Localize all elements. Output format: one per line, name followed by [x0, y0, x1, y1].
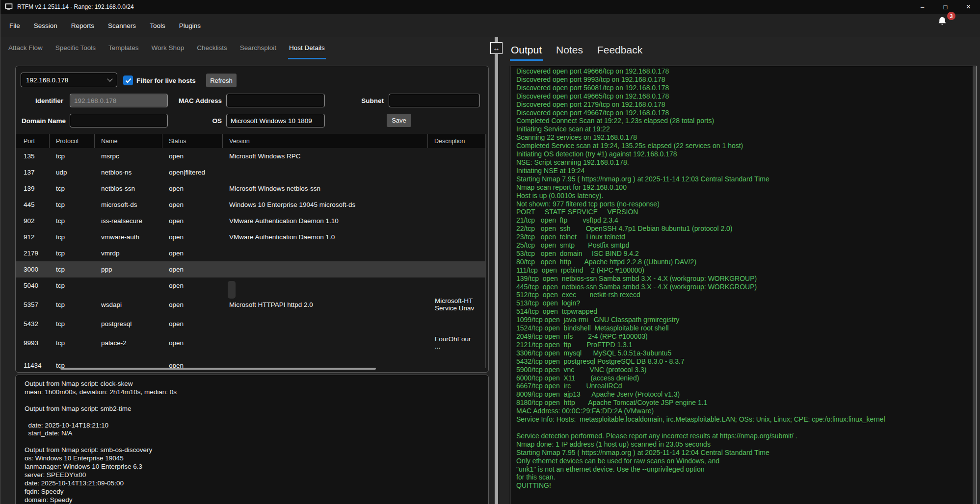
cell-status: open — [162, 332, 223, 354]
cell-protocol: tcp — [50, 245, 95, 261]
filter-live-hosts-checkbox[interactable] — [123, 76, 133, 85]
cell-name: wsdapi — [95, 294, 162, 316]
menu-item-scanners[interactable]: Scanners — [101, 19, 143, 33]
host-selector-dropdown[interactable]: 192.168.0.178 — [21, 73, 117, 87]
table-row[interactable]: 2179tcpvmrdpopen — [16, 245, 486, 261]
cell-description — [428, 213, 486, 229]
cell-port: 5432 — [16, 316, 50, 332]
tab-searchsploit[interactable]: Searchsploit — [239, 37, 277, 59]
host-details-panel: 192.168.0.178 Filter for live hosts Refr… — [15, 66, 489, 373]
title-bar: RTFM v2.1.2511.14 - Range: 192.168.0.0/2… — [0, 0, 980, 14]
table-row[interactable]: 445tcpmicrosoft-dsopenWindows 10 Enterpr… — [16, 197, 486, 213]
close-button[interactable]: × — [957, 0, 980, 14]
tab-attack-flow[interactable]: Attack Flow — [7, 37, 44, 59]
cell-status: open — [162, 197, 223, 213]
column-header-description: Description — [428, 134, 486, 148]
menu-item-plugins[interactable]: Plugins — [172, 19, 208, 33]
table-row[interactable]: 139tcpnetbios-ssnopenMicrosoft Windows n… — [16, 180, 486, 197]
horizontal-scrollbar-thumb[interactable] — [60, 368, 376, 370]
tab-work-shop[interactable]: Work Shop — [151, 37, 185, 59]
subnet-field[interactable] — [389, 94, 480, 107]
tab-host-details[interactable]: Host Details — [288, 37, 326, 59]
tab-notes[interactable]: Notes — [555, 40, 584, 61]
cell-protocol: tcp — [50, 277, 95, 294]
cell-name: vmware-auth — [95, 229, 162, 245]
table-row[interactable]: 137udpnetbios-nsopen|filtered — [16, 164, 486, 180]
table-row[interactable]: 135tcpmsrpcopenMicrosoft Windows RPC — [16, 148, 486, 164]
host-selector-value: 192.168.0.178 — [26, 76, 68, 84]
table-row[interactable]: 902tcpiss-realsecureopenVMware Authentic… — [16, 213, 486, 229]
tab-feedback[interactable]: Feedback — [596, 40, 643, 61]
table-row[interactable]: 9993tcppalace-2openFourOhFour ... — [16, 332, 486, 354]
ports-table-header: PortProtocolNameStatusVersionDescription — [16, 134, 486, 148]
cell-port: 912 — [16, 229, 50, 245]
cell-port: 139 — [16, 180, 50, 197]
column-header-status: Status — [162, 134, 223, 148]
filter-live-hosts-label: Filter for live hosts — [136, 73, 196, 88]
refresh-button[interactable]: Refresh — [206, 74, 237, 87]
cell-port: 3000 — [16, 261, 50, 277]
domain-name-label: Domain Name — [16, 114, 66, 127]
table-row[interactable]: 3000tcppppopen — [16, 261, 486, 277]
cell-protocol: tcp — [50, 229, 95, 245]
ports-table-body: 135tcpmsrpcopenMicrosoft Windows RPC137u… — [16, 148, 486, 372]
cell-version — [223, 164, 428, 180]
cell-description — [428, 197, 486, 213]
cell-protocol: tcp — [50, 316, 95, 332]
domain-name-field[interactable] — [70, 114, 168, 127]
cell-status: open — [162, 316, 223, 332]
scan-output-box[interactable]: Discovered open port 49666/tcp on 192.16… — [510, 66, 977, 504]
mac-address-field[interactable] — [226, 94, 325, 107]
scrollbar-thumb-artifact[interactable] — [228, 281, 236, 299]
table-row[interactable]: 912tcpvmware-authopenVMware Authenticati… — [16, 229, 486, 245]
mac-address-label: MAC Address — [163, 94, 222, 107]
output-vertical-scrollbar[interactable] — [973, 66, 976, 504]
right-tab-bar: OutputNotesFeedback — [510, 40, 643, 61]
cell-status: open — [162, 245, 223, 261]
tab-specific-tools[interactable]: Specific Tools — [54, 37, 97, 59]
cell-description — [428, 316, 486, 332]
table-row[interactable]: 5432tcppostgresqlopen — [16, 316, 486, 332]
menu-item-session[interactable]: Session — [27, 19, 64, 33]
cell-status: open — [162, 261, 223, 277]
cell-status: open — [162, 229, 223, 245]
cell-name: msrpc — [95, 148, 162, 164]
tab-output[interactable]: Output — [510, 40, 543, 61]
main-tab-bar: Attack FlowSpecific ToolsTemplatesWork S… — [0, 37, 326, 59]
cell-port: 5040 — [16, 277, 50, 294]
os-label: OS — [178, 114, 222, 127]
check-icon — [125, 78, 132, 83]
os-field[interactable] — [226, 114, 325, 127]
cell-version: VMware Authentication Daemon 1.10 — [223, 213, 428, 229]
panel-splitter[interactable] — [495, 37, 498, 504]
cell-name: iss-realsecure — [95, 213, 162, 229]
cell-name: netbios-ns — [95, 164, 162, 180]
table-row[interactable]: 5357tcpwsdapiopenMicrosoft HTTPAPI httpd… — [16, 294, 486, 316]
cell-protocol: tcp — [50, 148, 95, 164]
cell-protocol: tcp — [50, 294, 95, 316]
menu-item-file[interactable]: File — [2, 19, 27, 33]
splitter-handle[interactable]: ↔ — [490, 42, 503, 54]
window-title: RTFM v2.1.2511.14 - Range: 192.168.0.0/2… — [17, 3, 134, 10]
cell-description: FourOhFour ... — [428, 332, 486, 354]
notifications-button[interactable]: 3 — [937, 15, 956, 31]
table-row[interactable]: 5040tcpopen — [16, 277, 486, 294]
notification-badge: 3 — [947, 12, 955, 20]
save-button[interactable]: Save — [387, 114, 411, 127]
menu-item-reports[interactable]: Reports — [64, 19, 101, 33]
cell-version: VMware Authentication Daemon 1.0 — [223, 229, 428, 245]
menu-item-tools[interactable]: Tools — [143, 19, 172, 33]
identifier-field — [70, 94, 168, 107]
cell-status: open — [162, 277, 223, 294]
column-header-port: Port — [16, 134, 50, 148]
cell-status: open — [162, 180, 223, 197]
cell-version — [223, 316, 428, 332]
tab-checklists[interactable]: Checklists — [196, 37, 228, 59]
cell-port: 137 — [16, 164, 50, 180]
nmap-script-output-panel[interactable]: Output from Nmap script: clock-skew mean… — [15, 375, 489, 504]
minimize-button[interactable]: – — [911, 0, 934, 14]
tab-templates[interactable]: Templates — [107, 37, 140, 59]
cell-protocol: tcp — [50, 261, 95, 277]
identifier-label: Identifier — [22, 94, 63, 107]
maximize-button[interactable]: □ — [934, 0, 957, 14]
